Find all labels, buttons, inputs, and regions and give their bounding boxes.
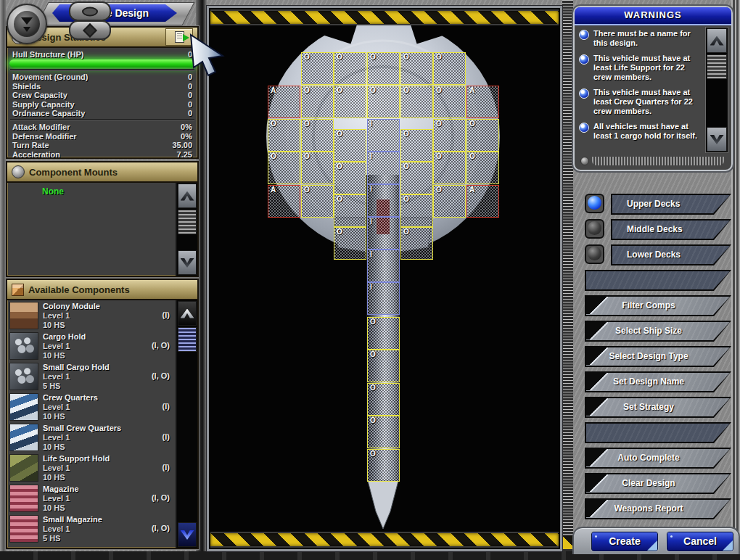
set-strategy-button[interactable]: Set Strategy <box>585 397 731 418</box>
arrow-down-icon <box>181 530 194 540</box>
design-slot-I[interactable]: I <box>367 217 400 250</box>
slot-type-label: A <box>469 186 474 194</box>
design-slot-O[interactable]: O <box>301 52 334 85</box>
design-slot-A[interactable]: A <box>466 86 499 118</box>
design-slot-O[interactable]: O <box>334 52 366 85</box>
design-slot-O[interactable]: O <box>301 86 334 118</box>
corner-fold-icon <box>586 500 608 517</box>
component-list-item[interactable]: Small Crew QuartersLevel 110 HS(I) <box>7 422 176 453</box>
design-slot-O[interactable]: O <box>301 185 334 218</box>
component-list-item[interactable]: Life Support HoldLevel 110 HS(I) <box>7 453 176 483</box>
filter-comps-button[interactable]: Filter Comps <box>585 295 731 316</box>
deck-button-lower-decks[interactable]: Lower Decks <box>611 244 731 265</box>
clear-design-button[interactable]: Clear Design <box>585 473 731 494</box>
main-menu-button[interactable] <box>7 4 47 44</box>
select-ship-size-button[interactable]: Select Ship Size <box>585 321 731 342</box>
slot-type-label: I <box>370 185 372 194</box>
diamond-button[interactable] <box>69 20 111 40</box>
eye-button[interactable] <box>69 1 111 21</box>
design-slot-O[interactable]: O <box>433 52 466 85</box>
stat-row: Hull Structure (HP)0 <box>7 50 197 59</box>
design-slot-O[interactable]: O <box>334 227 366 260</box>
component-info: Crew QuartersLevel 110 HS <box>43 393 98 421</box>
deck-radio-middle-decks[interactable] <box>585 219 604 239</box>
design-slot-A[interactable]: A <box>466 185 499 218</box>
slot-type-label: I <box>370 152 372 161</box>
component-list-item[interactable]: MagazineLevel 110 HS(I, O) <box>7 483 176 514</box>
design-slot-O[interactable]: O <box>400 194 433 227</box>
slot-type-label: O <box>337 195 342 204</box>
design-slot-O[interactable]: O <box>334 162 366 194</box>
component-list-item[interactable]: Small MagazineLevel 15 HS(I, O) <box>7 514 176 544</box>
design-slot-I[interactable]: I <box>367 282 400 315</box>
slot-type-label: O <box>469 120 475 128</box>
stat-value: 0 <box>188 91 192 99</box>
empty-slot <box>585 422 731 443</box>
design-slot-O[interactable]: O <box>433 86 466 118</box>
stat-row: Defense Modifier0% <box>7 132 197 141</box>
design-slot-O[interactable]: O <box>268 119 300 152</box>
slot-type-label: O <box>469 152 475 161</box>
design-slot-O[interactable]: O <box>400 129 433 162</box>
design-slot-O[interactable]: O <box>334 86 366 118</box>
component-size: 10 HS <box>43 351 86 361</box>
design-slot-O[interactable]: O <box>400 227 433 260</box>
weapons-report-button[interactable]: Weapons Report <box>585 498 731 519</box>
design-slot-O[interactable]: O <box>367 350 400 382</box>
design-slot-O[interactable]: O <box>301 152 334 184</box>
design-slot-O[interactable]: O <box>367 317 400 350</box>
design-slot-O[interactable]: O <box>466 119 499 152</box>
design-slot-O[interactable]: O <box>367 449 400 482</box>
design-slot-O[interactable]: O <box>268 152 300 184</box>
arrow-up-icon <box>710 36 724 46</box>
design-slot-O[interactable]: O <box>433 152 466 184</box>
component-list-item[interactable]: Small Cargo HoldLevel 15 HS(I, O) <box>7 361 176 392</box>
scroll-up-button[interactable] <box>707 28 727 53</box>
cancel-button[interactable]: Cancel <box>667 532 733 551</box>
design-slot-O[interactable]: O <box>433 119 466 152</box>
select-design-type-button[interactable]: Select Design Type <box>585 346 731 367</box>
scroll-up-button[interactable] <box>178 184 197 208</box>
deck-button-middle-decks[interactable]: Middle Decks <box>611 219 731 240</box>
design-slot-O[interactable]: O <box>301 119 334 152</box>
design-slot-O[interactable]: O <box>367 52 400 85</box>
set-design-name-button[interactable]: Set Design Name <box>585 371 731 392</box>
design-slot-O[interactable]: O <box>400 162 433 194</box>
deck-button-upper-decks[interactable]: Upper Decks <box>611 194 731 215</box>
design-slot-I[interactable]: I <box>367 119 400 152</box>
button-label: Weapons Report <box>614 503 683 514</box>
design-slot-A[interactable]: A <box>268 185 300 218</box>
scroll-down-button[interactable] <box>178 522 197 547</box>
component-level: Level 1 <box>43 494 79 503</box>
design-slot-O[interactable]: O <box>367 86 400 118</box>
design-slot-O[interactable]: O <box>400 86 433 118</box>
auto-complete-button[interactable]: Auto Complete <box>585 448 731 469</box>
design-slot-O[interactable]: O <box>433 185 466 218</box>
slot-type-label: O <box>337 130 342 139</box>
design-slot-O[interactable]: O <box>400 52 433 85</box>
scroll-down-button[interactable] <box>178 250 197 275</box>
component-mounts-header: Component Mounts <box>7 162 197 183</box>
slot-type-label: A <box>271 86 276 95</box>
scrollbar-thumb[interactable] <box>178 327 197 352</box>
create-button[interactable]: Create <box>591 532 658 551</box>
scrollbar-thumb[interactable] <box>707 54 727 79</box>
design-slot-O[interactable]: O <box>334 129 366 162</box>
deck-radio-lower-decks[interactable] <box>585 244 604 264</box>
stat-value: 0% <box>181 132 192 141</box>
design-slot-I[interactable]: I <box>367 184 400 217</box>
design-slot-O[interactable]: O <box>367 383 400 416</box>
component-list-item[interactable]: Cargo HoldLevel 110 HS(I, O) <box>7 331 176 361</box>
deck-radio-upper-decks[interactable] <box>585 194 604 213</box>
scroll-down-button[interactable] <box>707 127 727 152</box>
design-slot-O[interactable]: O <box>334 194 366 227</box>
design-slot-O[interactable]: O <box>466 152 499 184</box>
scrollbar-thumb[interactable] <box>178 210 197 234</box>
design-slot-O[interactable]: O <box>367 416 400 448</box>
design-slot-I[interactable]: I <box>367 152 400 184</box>
component-list-item[interactable]: Crew QuartersLevel 110 HS(I) <box>7 392 176 422</box>
design-slot-I[interactable]: I <box>367 250 400 282</box>
component-list-item[interactable]: Colony ModuleLevel 110 HS(I) <box>7 300 176 331</box>
design-slot-A[interactable]: A <box>268 86 300 118</box>
scroll-up-button[interactable] <box>178 301 197 326</box>
